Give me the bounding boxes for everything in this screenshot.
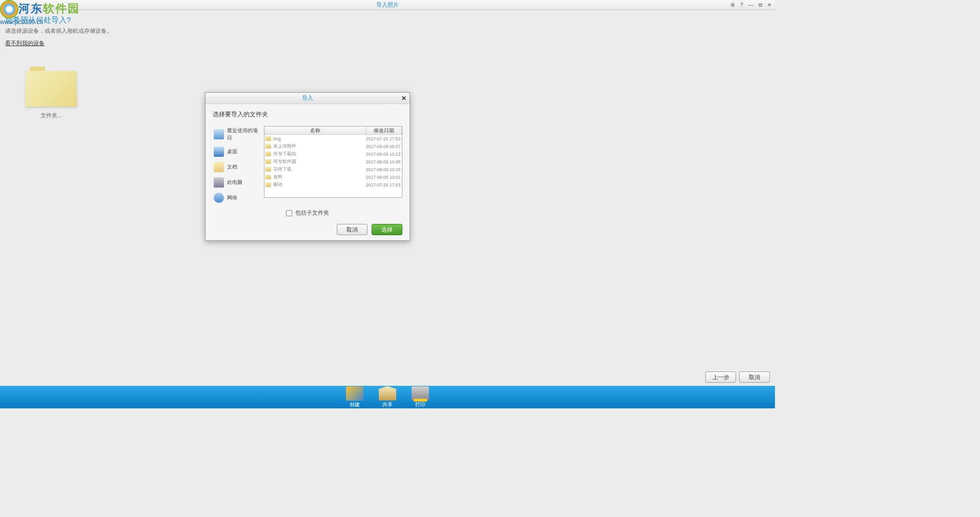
dialog-cancel-button[interactable]: 取消 bbox=[337, 224, 368, 235]
dialog-heading: 选择要导入的文件夹 bbox=[213, 110, 402, 119]
folder-name: 河东软件园 bbox=[273, 158, 366, 165]
col-date[interactable]: 修改日期 bbox=[366, 127, 402, 134]
place-label: 网络 bbox=[227, 194, 237, 201]
maximize-icon[interactable]: ⧉ bbox=[757, 2, 764, 9]
include-subfolders-label: 包括子文件夹 bbox=[295, 209, 329, 217]
folder-date: 2017-08-09 10:13 bbox=[366, 152, 402, 157]
dialog-close-icon[interactable]: ✕ bbox=[401, 95, 406, 102]
place-label: 此电脑 bbox=[227, 179, 242, 186]
folder-date: 2017-08-09 10:43 bbox=[366, 167, 402, 172]
folder-row[interactable]: 未上传附件2017-08-08 08:07 bbox=[264, 142, 402, 150]
place-documents-icon bbox=[214, 162, 224, 172]
import-dialog: 导入 ✕ 选择要导入的文件夹 最近使用的项目桌面文档此电脑网络 名称 修改日期 … bbox=[205, 92, 410, 241]
folder-name: 资料 bbox=[273, 174, 366, 180]
window-controls: ⚙ ? — ⧉ ✕ bbox=[729, 2, 773, 9]
folder-name: 等待下载 bbox=[273, 166, 366, 173]
dock: 创建 共享 打印 bbox=[0, 386, 775, 408]
dialog-titlebar: 导入 ✕ bbox=[206, 93, 410, 104]
dialog-select-button[interactable]: 选择 bbox=[372, 224, 402, 235]
wizard-buttons: 上一步 取消 bbox=[705, 371, 770, 383]
folder-icon bbox=[266, 182, 271, 187]
folder-row[interactable]: 河东软件园2017-08-09 10:48 bbox=[264, 158, 402, 166]
folder-icon bbox=[266, 175, 271, 179]
folder-name: 驱动 bbox=[273, 181, 366, 188]
place-network[interactable]: 网络 bbox=[213, 192, 260, 204]
folder-icon bbox=[26, 67, 77, 108]
place-documents[interactable]: 文档 bbox=[213, 161, 260, 173]
folder-name: img bbox=[273, 136, 366, 141]
place-label: 桌面 bbox=[227, 148, 237, 155]
place-desktop[interactable]: 桌面 bbox=[213, 146, 260, 158]
places-sidebar: 最近使用的项目桌面文档此电脑网络 bbox=[213, 126, 260, 204]
place-thispc[interactable]: 此电脑 bbox=[213, 176, 260, 189]
folder-label: 文件夹... bbox=[40, 112, 62, 119]
folder-row[interactable]: img2017-07-26 17:53 bbox=[264, 135, 402, 142]
prompt-title: 您希望从何处导入? bbox=[5, 15, 770, 25]
folder-name: 未上传附件 bbox=[273, 143, 366, 150]
print-icon bbox=[412, 386, 429, 401]
folder-date: 2017-08-05 10:02 bbox=[366, 175, 402, 180]
prompt-subtitle: 请选择源设备，或者插入相机或存储设备。 bbox=[5, 27, 770, 35]
folder-date: 2017-07-26 17:53 bbox=[366, 182, 402, 188]
file-list: 名称 修改日期 img2017-07-26 17:53未上传附件2017-08-… bbox=[264, 126, 402, 198]
close-icon[interactable]: ✕ bbox=[766, 2, 773, 9]
cancel-button[interactable]: 取消 bbox=[739, 371, 770, 383]
device-not-found-link[interactable]: 看不到我的设备 bbox=[5, 40, 45, 46]
file-list-header: 名称 修改日期 bbox=[264, 127, 402, 135]
place-thispc-icon bbox=[214, 177, 224, 188]
place-label: 最近使用的项目 bbox=[227, 127, 259, 141]
app-title: 导入照片 bbox=[376, 1, 399, 9]
folder-date: 2017-07-26 17:53 bbox=[366, 136, 402, 141]
dock-share-button[interactable]: 共享 bbox=[379, 386, 396, 408]
folder-row[interactable]: 驱动2017-07-26 17:53 bbox=[264, 181, 402, 189]
prev-button[interactable]: 上一步 bbox=[705, 371, 736, 383]
folder-source-button[interactable]: 文件夹... bbox=[26, 67, 77, 119]
folder-icon bbox=[266, 167, 271, 172]
share-icon bbox=[379, 386, 396, 401]
folder-row[interactable]: 资料2017-08-05 10:02 bbox=[264, 173, 402, 181]
dock-print-button[interactable]: 打印 bbox=[412, 386, 429, 408]
folder-icon bbox=[266, 159, 271, 164]
minimize-icon[interactable]: — bbox=[747, 2, 754, 9]
folder-date: 2017-08-09 10:48 bbox=[366, 159, 402, 164]
settings-icon[interactable]: ⚙ bbox=[729, 2, 736, 9]
folder-row[interactable]: 等待下载2017-08-09 10:43 bbox=[264, 166, 402, 173]
place-recent-icon bbox=[214, 129, 224, 139]
help-icon[interactable]: ? bbox=[738, 2, 745, 9]
create-icon bbox=[346, 386, 363, 401]
app-titlebar: 导入照片 ⚙ ? — ⧉ ✕ bbox=[0, 0, 775, 10]
col-name[interactable]: 名称 bbox=[264, 127, 366, 134]
place-recent[interactable]: 最近使用的项目 bbox=[213, 126, 260, 142]
include-subfolders-checkbox[interactable] bbox=[286, 210, 292, 216]
folder-icon bbox=[266, 152, 271, 156]
dock-create-button[interactable]: 创建 bbox=[346, 386, 363, 408]
folder-icon bbox=[266, 144, 271, 149]
folder-name: 河东下载站 bbox=[273, 151, 366, 157]
place-desktop-icon bbox=[214, 147, 224, 157]
dialog-title: 导入 bbox=[302, 94, 313, 102]
folder-date: 2017-08-08 08:07 bbox=[366, 144, 402, 149]
folder-icon bbox=[266, 136, 271, 141]
place-label: 文档 bbox=[227, 163, 237, 171]
include-subfolders-row: 包括子文件夹 bbox=[213, 209, 402, 217]
place-network-icon bbox=[214, 193, 224, 203]
folder-row[interactable]: 河东下载站2017-08-09 10:13 bbox=[264, 150, 402, 158]
